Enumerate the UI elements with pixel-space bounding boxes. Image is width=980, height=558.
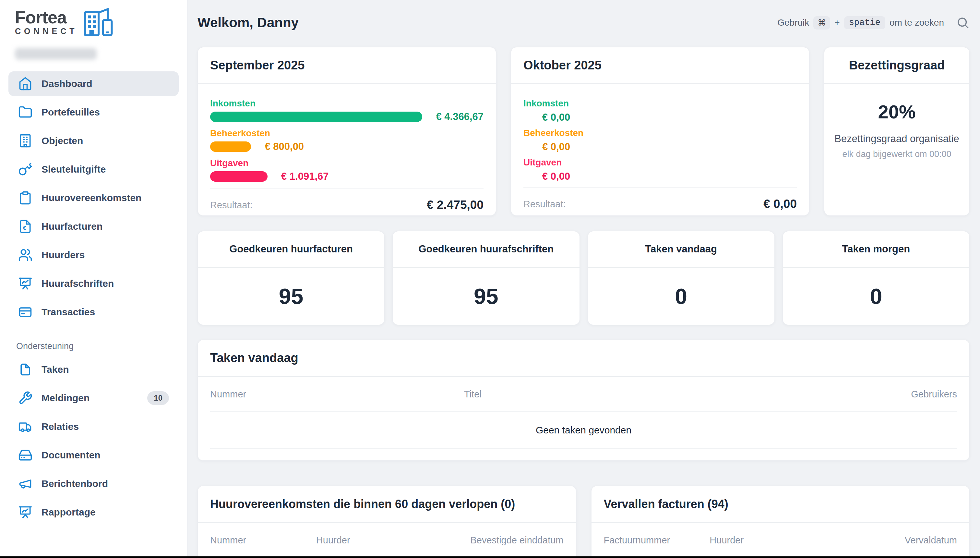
sidebar-item-label: Taken (41, 364, 69, 375)
result-label: Resultaat: (210, 200, 253, 210)
expenses-value: € 0,00 (542, 171, 797, 182)
result-row: Resultaat: € 2.475,00 (198, 189, 496, 216)
sidebar-section-ondersteuning: Ondersteuning (8, 328, 179, 357)
search-icon[interactable] (956, 16, 970, 30)
expenses-label: Uitgaven (210, 158, 484, 168)
screen-bottom-edge (0, 556, 980, 558)
sidebar-item-dashboard[interactable]: Dashboard (8, 71, 179, 96)
income-label: Inkomsten (524, 98, 797, 109)
summary-cards-row: September 2025 Inkomsten € 4.366,67 Behe… (198, 47, 970, 216)
stat-card-goedkeuren-huurafschriften[interactable]: Goedkeuren huurafschriften 95 (393, 231, 579, 325)
column-huurder: Huurder (710, 535, 905, 546)
oktober-summary-card: Oktober 2025 Inkomsten € 0,00 Beheerkost… (511, 47, 810, 216)
sidebar-item-label: Berichtenbord (41, 478, 108, 489)
sidebar-item-label: Relaties (41, 421, 79, 432)
column-gebruikers: Gebruikers (911, 389, 957, 400)
key-icon (18, 162, 33, 177)
card-title: Oktober 2025 (511, 48, 809, 84)
stat-card-goedkeuren-huurfacturen[interactable]: Goedkeuren huurfacturen 95 (198, 231, 384, 325)
overdue-invoices-card: Vervallen facturen (94) Factuurnummer Hu… (591, 486, 970, 558)
income-value: € 0,00 (542, 112, 797, 123)
stat-title: Goedkeuren huurfacturen (198, 231, 384, 268)
folder-icon (18, 105, 33, 120)
sidebar-item-label: Huurfacturen (41, 221, 103, 232)
stat-value: 95 (393, 268, 579, 325)
sidebar-item-portefeuilles[interactable]: Portefeuilles (8, 100, 179, 125)
sidebar-item-label: Huurders (41, 249, 85, 261)
stat-value: 0 (783, 268, 969, 325)
search-hint-prefix: Gebruik (777, 18, 809, 28)
occupancy-subtitle: Bezettingsgraad organisatie (834, 133, 959, 145)
organization-name-redacted (15, 48, 97, 60)
sidebar-item-relaties[interactable]: Relaties (8, 414, 179, 439)
stat-card-taken-vandaag[interactable]: Taken vandaag 0 (587, 231, 775, 325)
stat-card-taken-morgen[interactable]: Taken morgen 0 (782, 231, 970, 325)
building-phone-logo-icon (83, 8, 114, 38)
card-title: September 2025 (198, 48, 496, 84)
sidebar-item-meldingen[interactable]: Meldingen 10 (8, 386, 179, 410)
income-value: € 4.366,67 (436, 111, 484, 123)
result-value: € 2.475,00 (427, 198, 484, 212)
income-bar (210, 112, 422, 122)
users-icon (18, 248, 33, 262)
sidebar-item-documenten[interactable]: Documenten (8, 443, 179, 468)
page-title: Welkom, Danny (198, 15, 299, 31)
invoice-euro-icon: € (18, 219, 33, 233)
search-shortcut-hint[interactable]: Gebruik ⌘ + spatie om te zoeken (777, 16, 970, 30)
main-content: Welkom, Danny Gebruik ⌘ + spatie om te z… (188, 0, 980, 558)
sidebar-item-huurders[interactable]: Huurders (8, 243, 179, 268)
income-bar-row: € 4.366,67 (210, 112, 484, 122)
management-costs-value: € 800,00 (265, 141, 304, 153)
presentation-chart-icon (18, 505, 33, 519)
column-vervaldatum: Vervaldatum (905, 535, 957, 546)
stat-cards-row: Goedkeuren huurfacturen 95 Goedkeuren hu… (198, 231, 970, 325)
september-metrics: Inkomsten € 4.366,67 Beheerkosten € 800,… (198, 84, 496, 188)
topbar: Welkom, Danny Gebruik ⌘ + spatie om te z… (198, 0, 970, 46)
table-divider (210, 448, 957, 449)
oktober-metrics: Inkomsten € 0,00 Beheerkosten € 0,00 Uit… (511, 84, 809, 187)
sidebar-item-label: Meldingen (41, 392, 90, 404)
expiring-contracts-card: Huurovereenkomsten die binnen 60 dagen v… (198, 486, 576, 558)
brand-name: Fortea (15, 8, 78, 26)
stat-value: 0 (588, 268, 774, 325)
sidebar-item-label: Objecten (41, 135, 83, 146)
result-value: € 0,00 (763, 197, 797, 211)
sidebar: Fortea CONNECT Dashboard (0, 0, 187, 558)
bottom-tables-row: Huurovereenkomsten die binnen 60 dagen v… (198, 486, 970, 558)
sidebar-item-label: Huurafschriften (41, 278, 114, 289)
truck-icon (18, 420, 33, 434)
september-summary-card: September 2025 Inkomsten € 4.366,67 Behe… (198, 47, 496, 216)
sidebar-item-berichtenbord[interactable]: Berichtenbord (8, 471, 179, 496)
expenses-bar (210, 171, 268, 182)
sidebar-item-huurovereenkomsten[interactable]: Huurovereenkomsten (8, 185, 179, 210)
occupancy-update-note: elk dag bijgewerkt om 00:00 (842, 149, 951, 159)
credit-card-icon (18, 305, 33, 319)
column-nummer: Nummer (210, 389, 464, 400)
stat-title: Taken morgen (783, 231, 969, 268)
stat-title: Taken vandaag (588, 231, 774, 268)
sidebar-item-taken[interactable]: Taken (8, 357, 179, 382)
card-title: Bezettingsgraad (825, 48, 969, 84)
expenses-label: Uitgaven (524, 158, 797, 168)
management-costs-value: € 0,00 (542, 141, 797, 153)
brand-subtitle: CONNECT (15, 26, 78, 36)
sidebar-item-rapportage[interactable]: Rapportage (8, 500, 179, 525)
tasks-empty-state: Geen taken gevonden (198, 412, 969, 448)
card-title: Huurovereenkomsten die binnen 60 dagen v… (198, 486, 576, 523)
wrench-icon (18, 391, 33, 405)
cmd-key: ⌘ (813, 16, 830, 30)
sidebar-item-label: Sleuteluitgifte (41, 164, 106, 175)
hard-drive-icon (18, 448, 33, 462)
stat-value: 95 (198, 268, 384, 325)
management-costs-label: Beheerkosten (524, 128, 797, 138)
sidebar-item-transacties[interactable]: Transacties (8, 300, 179, 325)
expenses-bar-row: € 1.091,67 (210, 171, 484, 182)
sidebar-item-huurfacturen[interactable]: € Huurfacturen (8, 214, 179, 239)
management-costs-bar-row: € 800,00 (210, 141, 484, 152)
card-title: Vervallen facturen (94) (592, 486, 970, 523)
expenses-value: € 1.091,67 (281, 171, 329, 182)
sidebar-item-sleuteluitgifte[interactable]: Sleuteluitgifte (8, 157, 179, 182)
sidebar-item-huurafschriften[interactable]: Huurafschriften (8, 271, 179, 296)
sidebar-item-objecten[interactable]: Objecten (8, 128, 179, 153)
occupancy-value: 20% (878, 101, 915, 123)
